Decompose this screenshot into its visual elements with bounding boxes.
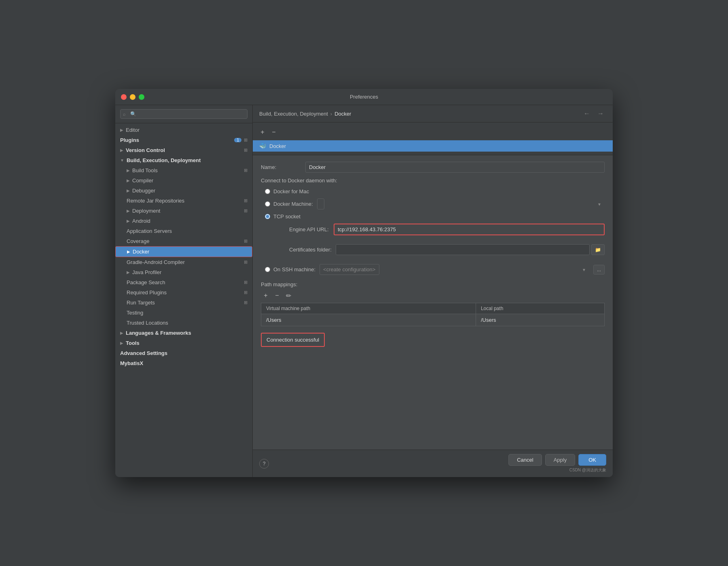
sidebar-item-label: Run Targets: [127, 300, 155, 306]
name-row: Name:: [261, 162, 605, 173]
add-path-button[interactable]: +: [261, 291, 271, 300]
chevron-icon: ▶: [127, 209, 130, 213]
chevron-icon: ▶: [127, 188, 130, 193]
list-toolbar: + −: [253, 126, 613, 140]
sidebar-item-label: Deployment: [132, 208, 160, 214]
sidebar-item-deployment[interactable]: ▶ Deployment ⊞: [115, 206, 252, 216]
sidebar-item-mybatisx[interactable]: MybatisX: [115, 358, 252, 368]
sidebar-item-gradle-android[interactable]: Gradle-Android Compiler ⊞: [115, 257, 252, 267]
add-docker-button[interactable]: +: [258, 127, 267, 137]
sidebar-item-label: Build, Execution, Deployment: [127, 157, 201, 163]
sidebar-item-trusted-locations[interactable]: Trusted Locations: [115, 318, 252, 328]
sidebar-item-version-control[interactable]: ▶ Version Control ⊞: [115, 145, 252, 155]
settings-icon: ⊞: [244, 168, 248, 173]
sidebar-item-languages[interactable]: ▶ Languages & Frameworks: [115, 328, 252, 338]
radio-ssh-input[interactable]: [265, 267, 270, 272]
radio-docker-mac-label: Docker for Mac: [273, 188, 309, 194]
minimize-button[interactable]: [130, 94, 135, 100]
settings-icon: ⊞: [244, 300, 248, 305]
search-wrapper: ⌕: [120, 109, 248, 119]
plugins-badge: 1: [234, 138, 241, 142]
sidebar-item-java-profiler[interactable]: ▶ Java Profiler: [115, 267, 252, 277]
connection-status-text: Connection successful: [267, 337, 319, 343]
chevron-icon: ▶: [127, 270, 130, 275]
sidebar-item-remote-jar[interactable]: Remote Jar Repositories ⊞: [115, 196, 252, 206]
search-input[interactable]: [120, 109, 248, 119]
folder-button[interactable]: 📁: [591, 244, 605, 255]
sidebar-item-testing[interactable]: Testing: [115, 308, 252, 318]
sidebar-item-required-plugins[interactable]: Required Plugins ⊞: [115, 287, 252, 298]
sidebar-item-compiler[interactable]: ▶ Compiler: [115, 175, 252, 186]
ssh-more-button[interactable]: ...: [593, 265, 605, 275]
remove-path-button[interactable]: −: [272, 291, 282, 300]
search-icon: ⌕: [123, 112, 126, 116]
sidebar-item-label: Package Search: [127, 279, 165, 285]
name-input[interactable]: [305, 162, 605, 173]
table-row[interactable]: /Users /Users: [261, 314, 605, 326]
radio-docker-mac: Docker for Mac: [265, 188, 605, 194]
help-button[interactable]: ?: [259, 459, 269, 469]
window-title: Preferences: [350, 94, 378, 100]
settings-icon: ⊞: [244, 148, 248, 153]
edit-path-button[interactable]: ✏: [284, 291, 293, 300]
apply-button[interactable]: Apply: [545, 454, 576, 466]
sidebar-item-label: Required Plugins: [127, 289, 167, 296]
chevron-icon: ▶: [127, 168, 130, 173]
cert-input[interactable]: [336, 244, 590, 255]
window-controls: [121, 94, 144, 100]
chevron-icon: ▶: [127, 178, 130, 183]
sidebar-item-label: Application Servers: [127, 228, 172, 234]
docker-list-panel: + − 🐳 Docker: [253, 122, 613, 155]
ssh-select[interactable]: <create configuration>: [320, 264, 379, 275]
sidebar-item-label: Version Control: [126, 147, 165, 153]
sidebar-item-build-execution[interactable]: ▼ Build, Execution, Deployment: [115, 155, 252, 165]
sidebar-item-tools[interactable]: ▶ Tools: [115, 338, 252, 348]
breadcrumb-current: Docker: [334, 111, 351, 117]
docker-icon: 🐳: [259, 143, 266, 149]
sidebar-item-label: Remote Jar Repositories: [127, 198, 184, 204]
ok-button[interactable]: OK: [578, 454, 606, 466]
watermark: CSDN @润达的大象: [569, 467, 606, 473]
remove-docker-button[interactable]: −: [269, 127, 279, 137]
sidebar-item-label: Editor: [126, 127, 140, 133]
settings-icon: ⊞: [244, 137, 248, 143]
bottom-bar: ? Cancel Apply OK CSDN @润达的大象: [253, 450, 613, 477]
sidebar-item-label: Plugins: [120, 137, 139, 143]
search-bar: ⌕: [115, 105, 252, 123]
sidebar-item-debugger[interactable]: ▶ Debugger: [115, 186, 252, 196]
sidebar-item-application-servers[interactable]: Application Servers: [115, 226, 252, 236]
close-button[interactable]: [121, 94, 127, 100]
back-button[interactable]: ←: [581, 109, 593, 118]
sidebar-scroll: ▶ Editor Plugins 1 ⊞: [115, 123, 252, 477]
engine-api-input[interactable]: [334, 224, 605, 235]
radio-ssh-label: On SSH machine:: [273, 266, 315, 272]
sidebar-item-coverage[interactable]: Coverage ⊞: [115, 236, 252, 246]
sidebar-item-build-tools[interactable]: ▶ Build Tools ⊞: [115, 165, 252, 175]
cancel-button[interactable]: Cancel: [508, 454, 542, 466]
forward-button[interactable]: →: [595, 109, 606, 118]
docker-list-item[interactable]: 🐳 Docker: [253, 140, 613, 152]
chevron-icon: ▶: [120, 341, 123, 345]
radio-docker-machine-input[interactable]: [265, 201, 270, 207]
radio-group: Docker for Mac Docker Machine:: [261, 188, 605, 275]
sidebar-item-plugins[interactable]: Plugins 1 ⊞: [115, 135, 252, 145]
radio-tcp-input[interactable]: [265, 214, 270, 219]
path-section: Path mappings: + − ✏ Virtual machine pat…: [261, 281, 605, 326]
sidebar-item-run-targets[interactable]: Run Targets ⊞: [115, 298, 252, 308]
sidebar-item-package-search[interactable]: Package Search ⊞: [115, 277, 252, 287]
table-header-row: Virtual machine path Local path: [261, 303, 605, 314]
vm-path-cell: /Users: [261, 314, 476, 326]
chevron-icon: ▶: [120, 148, 123, 152]
sidebar-item-advanced-settings[interactable]: Advanced Settings: [115, 348, 252, 358]
maximize-button[interactable]: [139, 94, 144, 100]
radio-docker-mac-input[interactable]: [265, 189, 270, 194]
path-table: Virtual machine path Local path /Users /…: [261, 303, 605, 326]
name-label: Name:: [261, 164, 301, 170]
sidebar-item-label: Java Profiler: [132, 269, 161, 275]
chevron-icon: ▶: [120, 128, 123, 132]
sidebar-item-label: Advanced Settings: [120, 350, 167, 356]
sidebar-item-android[interactable]: ▶ Android: [115, 216, 252, 226]
sidebar-item-docker[interactable]: ▶ Docker: [115, 246, 252, 257]
docker-machine-select[interactable]: [317, 199, 324, 209]
sidebar-item-editor[interactable]: ▶ Editor: [115, 125, 252, 135]
